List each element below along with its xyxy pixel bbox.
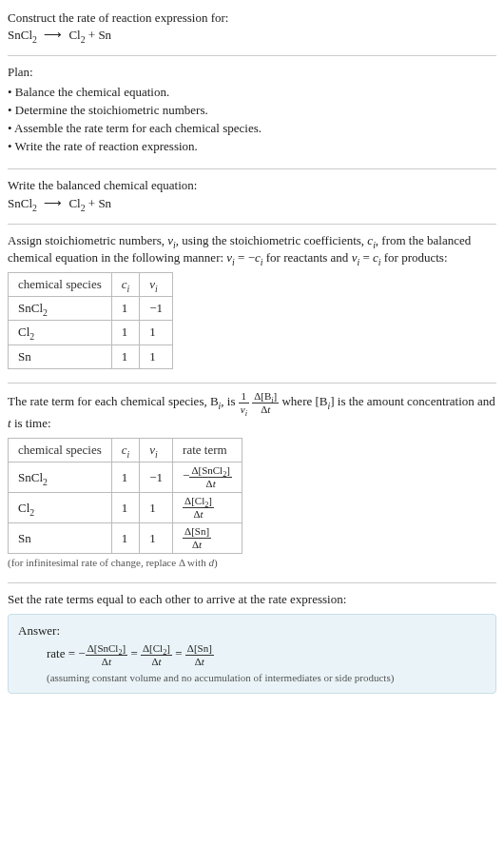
stoich-block: Assign stoichiometric numbers, νi, using… (8, 228, 496, 379)
table-row: Cl2 1 1 (9, 321, 173, 344)
cell-ci: 1 (111, 321, 140, 344)
table-header-row: chemical species ci νi rate term (9, 439, 242, 463)
cell-vi: 1 (140, 523, 173, 554)
cell-rate: −Δ[SnCl2]Δt (173, 463, 242, 493)
cell-ci: 1 (111, 297, 140, 321)
rateterm-table: chemical species ci νi rate term SnCl2 1… (8, 438, 242, 554)
final-heading: Set the rate terms equal to each other t… (8, 591, 496, 608)
balanced-block: Write the balanced chemical equation: Sn… (8, 173, 496, 219)
final-block: Set the rate terms equal to each other t… (8, 587, 496, 702)
cell-rate: Δ[Sn]Δt (173, 523, 242, 554)
answer-rate: rate = −Δ[SnCl2]Δt = Δ[Cl2]Δt = Δ[Sn]Δt (18, 643, 486, 667)
balanced-heading: Write the balanced chemical equation: (8, 177, 496, 194)
plan-list: Balance the chemical equation. Determine… (8, 84, 496, 156)
col-ci: ci (111, 273, 140, 297)
cell-vi: 1 (140, 493, 173, 523)
prompt-line: Construct the rate of reaction expressio… (8, 10, 496, 27)
cell-ci: 1 (111, 523, 140, 554)
divider (8, 168, 496, 169)
rateterm-intro: The rate term for each chemical species,… (8, 391, 496, 432)
answer-box: Answer: rate = −Δ[SnCl2]Δt = Δ[Cl2]Δt = … (8, 614, 496, 695)
col-species: chemical species (9, 273, 112, 297)
divider (8, 224, 496, 225)
plan-block: Plan: Balance the chemical equation. Det… (8, 60, 496, 165)
answer-label: Answer: (18, 622, 486, 640)
col-rate: rate term (173, 439, 242, 463)
cell-vi: −1 (140, 463, 173, 493)
rateterm-block: The rate term for each chemical species,… (8, 387, 496, 579)
col-vi: νi (140, 273, 173, 297)
cell-ci: 1 (111, 493, 140, 523)
table-row: Sn 1 1 Δ[Sn]Δt (9, 523, 242, 554)
cell-ci: 1 (111, 463, 140, 493)
table-row: SnCl2 1 −1 (9, 297, 173, 321)
cell-rate: Δ[Cl2]Δt (173, 493, 242, 523)
divider (8, 55, 496, 56)
cell-species: Sn (9, 523, 112, 554)
plan-item: Determine the stoichiometric numbers. (8, 102, 496, 119)
plan-item: Balance the chemical equation. (8, 84, 496, 101)
cell-species: Cl2 (9, 321, 112, 344)
plan-heading: Plan: (8, 64, 496, 81)
table-header-row: chemical species ci νi (9, 273, 173, 297)
table-row: Cl2 1 1 Δ[Cl2]Δt (9, 493, 242, 523)
col-species: chemical species (9, 439, 112, 463)
stoich-table: chemical species ci νi SnCl2 1 −1 Cl2 1 … (8, 272, 173, 369)
prompt-equation: SnCl2 ⟶ Cl2 + Sn (8, 27, 496, 44)
cell-vi: 1 (140, 344, 173, 368)
balanced-equation: SnCl2 ⟶ Cl2 + Sn (8, 195, 496, 212)
col-vi: νi (140, 439, 173, 463)
col-ci: ci (111, 439, 140, 463)
cell-ci: 1 (111, 344, 140, 368)
table-row: SnCl2 1 −1 −Δ[SnCl2]Δt (9, 463, 242, 493)
cell-vi: 1 (140, 321, 173, 344)
cell-species: SnCl2 (9, 297, 112, 321)
prompt-block: Construct the rate of reaction expressio… (8, 6, 496, 51)
divider (8, 383, 496, 384)
table-row: Sn 1 1 (9, 344, 173, 368)
divider (8, 582, 496, 583)
rateterm-note: (for infinitesimal rate of change, repla… (8, 556, 496, 570)
cell-species: Cl2 (9, 493, 112, 523)
plan-item: Assemble the rate term for each chemical… (8, 120, 496, 137)
cell-species: Sn (9, 344, 112, 368)
answer-note: (assuming constant volume and no accumul… (18, 671, 486, 685)
plan-item: Write the rate of reaction expression. (8, 138, 496, 155)
cell-vi: −1 (140, 297, 173, 321)
stoich-intro: Assign stoichiometric numbers, νi, using… (8, 232, 496, 266)
cell-species: SnCl2 (9, 463, 112, 493)
